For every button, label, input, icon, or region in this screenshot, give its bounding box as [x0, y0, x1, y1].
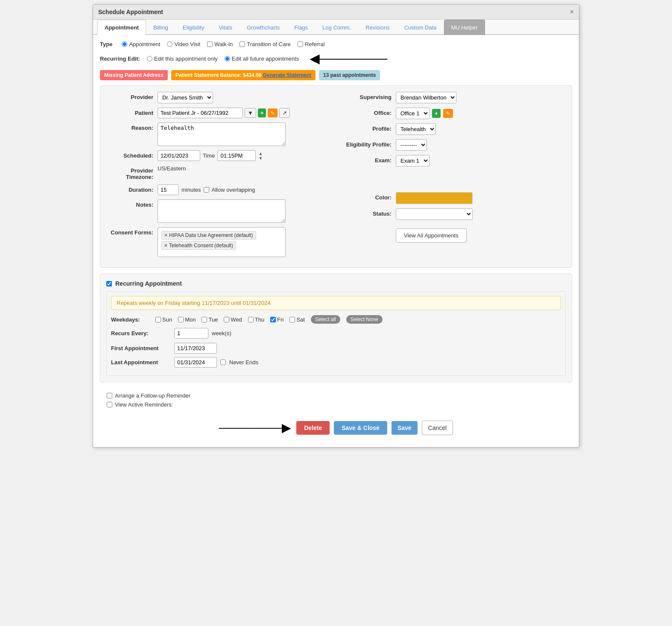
- cancel-button[interactable]: Cancel: [422, 421, 453, 435]
- tab-billing[interactable]: Billing: [146, 20, 175, 35]
- thu-day[interactable]: Thu: [248, 316, 264, 323]
- color-picker[interactable]: [396, 192, 473, 204]
- patient-input[interactable]: [158, 108, 243, 118]
- reminders-check[interactable]: [107, 402, 112, 407]
- provider-select[interactable]: Dr. James Smith: [158, 92, 213, 103]
- type-walkin-label: Walk-in: [214, 41, 233, 47]
- sun-day[interactable]: Sun: [155, 316, 172, 323]
- type-walkin-check[interactable]: Walk-in: [207, 41, 233, 47]
- provider-row: Provider Dr. James Smith: [106, 92, 332, 103]
- tab-eligibility[interactable]: Eligibility: [175, 20, 212, 35]
- supervising-content: Brendan Wilberton: [396, 92, 566, 103]
- reason-row: Reason:: [106, 123, 332, 146]
- reason-textarea[interactable]: [158, 123, 286, 146]
- recurring-section: Recurring Appointment Repeats weekly on …: [100, 274, 572, 382]
- consent-remove-1[interactable]: ×: [164, 232, 167, 238]
- patient-label: Patient: [106, 108, 158, 116]
- follow-up-label: Arrange a Follow-up Reminder: [115, 392, 190, 399]
- duration-input[interactable]: [158, 184, 179, 195]
- form-section: Provider Dr. James Smith Patient Test Pa…: [100, 85, 572, 268]
- tab-logcomm[interactable]: Log Comm.: [315, 20, 358, 35]
- tab-growthcharts[interactable]: Growthcharts: [240, 20, 287, 35]
- eligibility-select[interactable]: ---------: [396, 139, 427, 151]
- recurs-input[interactable]: [174, 328, 208, 339]
- recurring-check[interactable]: [106, 281, 112, 287]
- type-appointment-radio[interactable]: Appointment: [122, 41, 160, 47]
- time-label: Time: [203, 152, 215, 159]
- scheduled-content: 12/01/2023 Time 01:15PM ▲▼: [158, 150, 332, 161]
- recurring-body: Repeats weekly on Friday starting 11/17/…: [106, 291, 566, 376]
- patient-dropdown-btn[interactable]: ▼: [245, 108, 256, 118]
- scheduled-time-input[interactable]: [217, 150, 256, 161]
- allow-overlapping-check[interactable]: [204, 187, 209, 193]
- generate-statement-link[interactable]: Generate Statement: [263, 72, 311, 78]
- status-select[interactable]: [396, 208, 473, 220]
- exam-content: Exam 1: [396, 155, 566, 167]
- scheduled-row: Scheduled: 12/01/2023 Time 01:15PM ▲▼: [106, 150, 332, 161]
- office-add-btn[interactable]: +: [432, 109, 441, 118]
- scheduled-date-input[interactable]: [158, 150, 200, 161]
- patient-row: Patient Test Patient Jr - 06/27/1992 ▼ +…: [106, 108, 332, 118]
- notes-label: Notes:: [106, 199, 158, 208]
- save-button[interactable]: Save: [392, 421, 418, 435]
- first-appt-input[interactable]: [174, 343, 217, 354]
- type-row: Type Appointment Video Visit Walk-in Tra…: [100, 41, 572, 47]
- last-appt-input[interactable]: [174, 357, 217, 368]
- office-select[interactable]: Office 1: [396, 108, 429, 119]
- allow-overlapping-label: Allow overlapping: [212, 187, 255, 193]
- patient-edit-btn[interactable]: ✎: [268, 108, 278, 117]
- notes-textarea[interactable]: [158, 199, 286, 223]
- office-edit-btn[interactable]: ✎: [443, 109, 453, 118]
- view-all-content: View All Appointments: [396, 228, 566, 243]
- eligibility-label: Eligibility Profile:: [340, 139, 396, 148]
- supervising-select[interactable]: Brendan Wilberton: [396, 92, 456, 103]
- tab-vitals[interactable]: Vitals: [211, 20, 240, 35]
- recurs-every-row: Recurs Every: 1 week(s): [111, 328, 561, 339]
- fri-day[interactable]: Fri: [270, 316, 283, 323]
- color-row: Color:: [340, 192, 566, 204]
- close-button[interactable]: ×: [570, 8, 574, 16]
- past-appointments-badge[interactable]: 13 past appointments: [319, 70, 380, 80]
- patient-link-btn[interactable]: ↗: [279, 108, 290, 118]
- save-close-button[interactable]: Save & Close: [334, 421, 387, 435]
- consent-content: × HIPAA Data Use Agreement (default) × T…: [158, 227, 332, 257]
- select-all-button[interactable]: Select all: [311, 315, 340, 324]
- view-all-button[interactable]: View All Appointments: [396, 228, 467, 243]
- reminders-row: View Active Reminders:: [107, 401, 565, 408]
- delete-button[interactable]: Delete: [296, 421, 330, 435]
- status-label: Status:: [340, 208, 396, 217]
- duration-label: Duration:: [106, 184, 158, 193]
- type-videovisit-radio[interactable]: Video Visit: [167, 41, 200, 47]
- reason-label: Reason:: [106, 123, 158, 131]
- mon-day[interactable]: Mon: [178, 316, 196, 323]
- weekdays-label: Weekdays:: [111, 316, 149, 323]
- consent-remove-2[interactable]: ×: [164, 243, 167, 249]
- tab-flags[interactable]: Flags: [287, 20, 315, 35]
- never-ends-check[interactable]: [220, 360, 226, 365]
- sat-day[interactable]: Sat: [289, 316, 305, 323]
- type-referral-check[interactable]: Referral: [298, 41, 324, 47]
- follow-up-check[interactable]: [107, 393, 112, 398]
- tab-muhelper[interactable]: MU Helper: [444, 20, 485, 35]
- time-spinner[interactable]: ▲▼: [258, 151, 263, 161]
- tab-revisions[interactable]: Revisions: [358, 20, 397, 35]
- supervising-label: Supervising: [340, 92, 396, 100]
- wed-day[interactable]: Wed: [224, 316, 242, 323]
- exam-row: Exam: Exam 1: [340, 155, 566, 167]
- consent-box: × HIPAA Data Use Agreement (default) × T…: [158, 227, 286, 257]
- first-appt-row: First Appointment 11/17/2023: [111, 343, 561, 354]
- tab-appointment[interactable]: Appointment: [97, 20, 146, 35]
- consent-row: Consent Forms: × HIPAA Data Use Agreemen…: [106, 227, 332, 257]
- type-transition-check[interactable]: Transition of Care: [240, 41, 291, 47]
- tab-customdata[interactable]: Custom Data: [397, 20, 444, 35]
- edit-all-radio[interactable]: Edit all future appointments: [225, 56, 299, 62]
- edit-only-radio[interactable]: Edit this appointment only: [147, 56, 218, 62]
- exam-select[interactable]: Exam 1: [396, 155, 429, 167]
- recurring-title: Recurring Appointment: [115, 280, 182, 287]
- missing-address-badge: Missing Patient Address: [100, 70, 168, 80]
- select-none-button[interactable]: Select None: [346, 315, 383, 324]
- profile-label: Profile:: [340, 123, 396, 132]
- profile-select[interactable]: Telehealth: [396, 123, 436, 135]
- tue-day[interactable]: Tue: [202, 316, 218, 323]
- patient-add-btn[interactable]: +: [258, 108, 266, 117]
